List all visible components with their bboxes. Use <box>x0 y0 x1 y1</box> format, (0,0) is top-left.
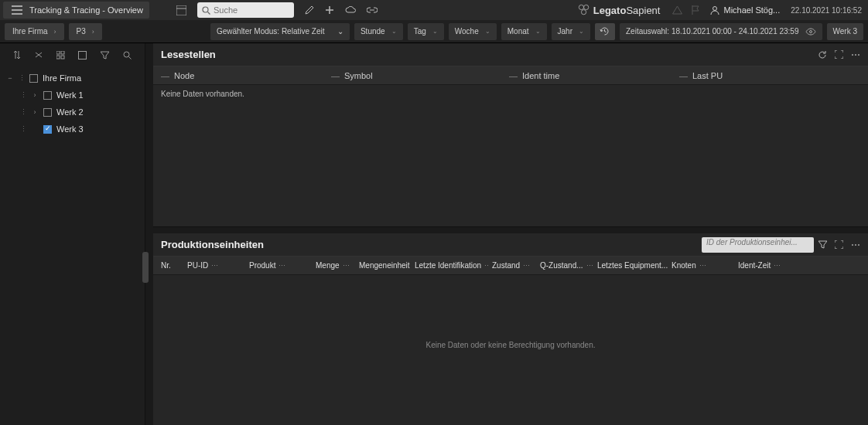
col-mengeneinheit[interactable]: Mengeneinheit <box>356 261 412 270</box>
logo: LegatoSapient <box>578 4 661 16</box>
flag-icon[interactable] <box>692 5 699 15</box>
dashboard-icon[interactable] <box>173 5 191 15</box>
logo-icon <box>578 4 590 16</box>
collapse-toggle-icon[interactable]: − <box>6 74 14 82</box>
panel-title: Produktionseinheiten <box>161 239 264 250</box>
expand-toggle-icon[interactable]: › <box>31 108 39 116</box>
checkbox[interactable] <box>43 125 52 134</box>
breadcrumb-label: P3 <box>77 27 86 36</box>
col-menge[interactable]: Menge⋯ <box>313 261 356 270</box>
time-scale-day[interactable]: Tag⌄ <box>408 23 444 40</box>
link-icon[interactable] <box>367 7 378 13</box>
grid-body: Keine Daten vorhanden. <box>153 85 868 226</box>
drag-handle-icon[interactable]: ⋮ <box>20 91 26 99</box>
time-scale-label: Stunde <box>361 27 385 36</box>
col-qzustand[interactable]: Q-Zustand...⋯ <box>537 261 594 270</box>
col-label: Last PU <box>692 71 723 80</box>
time-scale-month[interactable]: Monat⌄ <box>501 23 547 40</box>
col-menu-icon[interactable]: ⋯ <box>774 262 781 270</box>
menu-icon[interactable] <box>9 2 25 18</box>
tree-item-werk2[interactable]: ⋮ › Werk 2 <box>5 104 140 121</box>
chevron-down-icon: ⌄ <box>485 28 490 35</box>
col-zustand[interactable]: Zustand⋯ <box>489 261 537 270</box>
more-icon[interactable]: ⋯ <box>851 240 860 250</box>
search-icon[interactable] <box>123 51 132 60</box>
col-symbol[interactable]: —Symbol <box>328 71 506 80</box>
pu-id-filter[interactable] <box>702 237 814 253</box>
svg-line-15 <box>129 56 132 59</box>
drag-handle-icon[interactable]: ⋮ <box>20 108 26 116</box>
mode-label: Gewählter Modus: Relative Zeit <box>217 27 325 36</box>
tree-label: Werk 2 <box>56 107 84 117</box>
time-scale-hour[interactable]: Stunde⌄ <box>354 23 403 40</box>
sort-icon[interactable] <box>13 50 21 60</box>
user-menu[interactable]: Michael Stög... <box>710 5 780 15</box>
breadcrumb-root[interactable]: Ihre Firma › <box>5 23 64 40</box>
mode-select[interactable]: Gewählter Modus: Relative Zeit ⌄ <box>210 23 350 40</box>
grid-header: —Node —Symbol —Ident time —Last PU <box>153 66 868 85</box>
sort-indicator-icon: — <box>509 71 518 80</box>
box-icon[interactable] <box>78 51 87 60</box>
drag-handle-icon[interactable]: ⋮ <box>19 74 25 82</box>
col-lastpu[interactable]: —Last PU <box>676 71 863 80</box>
col-menu-icon[interactable]: ⋯ <box>699 262 706 270</box>
more-icon[interactable]: ⋯ <box>851 49 860 60</box>
eye-icon[interactable] <box>805 28 816 36</box>
col-nr[interactable]: Nr. <box>158 261 184 270</box>
app-title: Tracking & Tracing - Overview <box>29 5 143 15</box>
tree-item-werk1[interactable]: ⋮ › Werk 1 <box>5 87 140 104</box>
col-menu-icon[interactable]: ⋯ <box>586 262 593 270</box>
history-button[interactable] <box>595 23 615 40</box>
cloud-icon[interactable] <box>345 6 356 14</box>
col-label: Letzte Identifikation <box>415 261 481 270</box>
fullscreen-icon[interactable] <box>835 50 843 59</box>
col-identtime[interactable]: —Ident time <box>506 71 676 80</box>
drag-handle-icon[interactable]: ⋮ <box>20 125 26 133</box>
col-menu-icon[interactable]: ⋯ <box>343 262 350 270</box>
filter-icon[interactable] <box>818 240 827 249</box>
tree-label: Werk 3 <box>56 124 84 134</box>
tree-label: Werk 1 <box>56 90 84 100</box>
tree-root[interactable]: − ⋮ Ihre Firma <box>5 70 140 87</box>
chevron-down-icon: ⌄ <box>535 28 541 35</box>
pu-id-filter-input[interactable] <box>706 238 809 246</box>
expand-toggle-icon <box>31 125 39 133</box>
col-knoten[interactable]: Knoten⋯ <box>668 261 735 270</box>
tree-item-werk3[interactable]: ⋮ Werk 3 <box>5 121 140 138</box>
search-input[interactable] <box>214 5 289 15</box>
breadcrumb-node[interactable]: P3 › <box>69 23 102 40</box>
sort-indicator-icon: — <box>679 71 688 80</box>
expand-toggle-icon[interactable]: › <box>31 91 39 99</box>
col-label: Ident time <box>522 71 559 80</box>
time-scale-label: Woche <box>455 27 479 36</box>
checkbox[interactable] <box>43 91 52 100</box>
col-menu-icon[interactable]: ⋯ <box>523 262 530 270</box>
col-puid[interactable]: PU-ID⋯ <box>184 261 246 270</box>
edit-icon[interactable] <box>305 5 314 15</box>
filter-icon[interactable] <box>101 51 109 60</box>
col-produkt[interactable]: Produkt⋯ <box>246 261 313 270</box>
col-identzeit[interactable]: Ident-Zeit⋯ <box>735 261 809 270</box>
checkbox[interactable] <box>29 74 38 83</box>
col-menu-icon[interactable]: ⋯ <box>279 262 285 270</box>
add-icon[interactable] <box>325 5 334 15</box>
search-box[interactable] <box>197 2 294 18</box>
context-badge[interactable]: Werk 3 <box>827 23 864 40</box>
col-node[interactable]: —Node <box>158 71 328 80</box>
col-letzteident[interactable]: Letzte Identifikation⋯ <box>412 261 489 270</box>
vertical-splitter-handle[interactable] <box>142 252 149 283</box>
fullscreen-icon[interactable] <box>835 240 843 249</box>
col-letztesequip[interactable]: Letztes Equipment... <box>594 261 668 270</box>
warning-icon[interactable] <box>672 5 682 15</box>
time-scale-year[interactable]: Jahr⌄ <box>552 23 590 40</box>
title-area: Tracking & Tracing - Overview <box>3 2 149 19</box>
chevron-down-icon: ⌄ <box>337 27 343 36</box>
col-menu-icon[interactable]: ⋯ <box>211 262 218 270</box>
time-range[interactable]: Zeitauswahl: 18.10.2021 00:00 - 24.10.20… <box>620 23 822 40</box>
checkbox[interactable] <box>43 108 52 117</box>
svg-point-14 <box>124 52 129 57</box>
collapse-icon[interactable] <box>35 50 43 60</box>
refresh-icon[interactable] <box>818 50 827 60</box>
grid-icon[interactable] <box>56 51 65 60</box>
time-scale-week[interactable]: Woche⌄ <box>449 23 497 40</box>
